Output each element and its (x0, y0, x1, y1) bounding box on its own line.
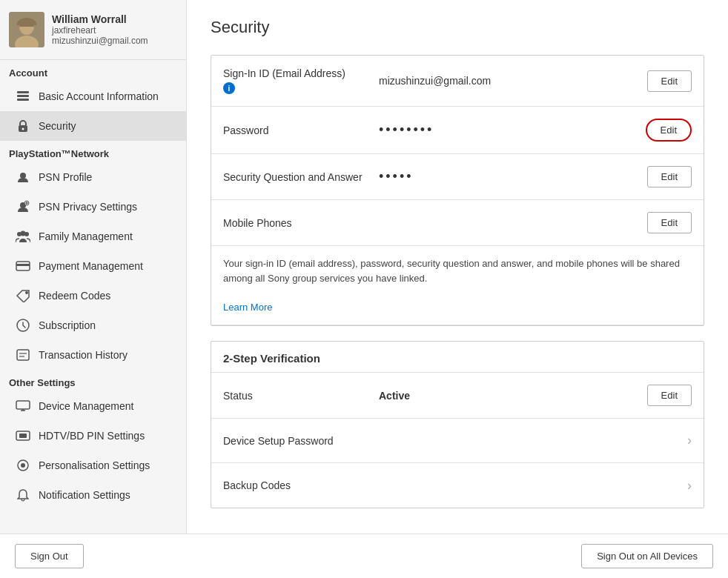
sidebar-item-security[interactable]: Security (0, 111, 186, 141)
security-qa-row: Security Question and Answer ••••• Edit (211, 154, 704, 200)
page-title: Security (211, 18, 704, 37)
backup-codes-chevron-icon: › (687, 478, 692, 494)
two-step-status-value: Active (371, 390, 647, 402)
payment-icon (15, 258, 31, 274)
signin-id-edit-button[interactable]: Edit (647, 70, 692, 92)
psn-privacy-icon (15, 199, 31, 215)
main-content: Security Sign-In ID (Email Address) i mi… (187, 0, 728, 534)
two-step-status-row: Status Active Edit (211, 373, 704, 419)
sidebar-item-device-label: Device Management (39, 400, 133, 412)
sidebar-item-personalisation[interactable]: Personalisation Settings (0, 451, 186, 480)
svg-rect-3 (17, 91, 29, 93)
sidebar-item-personalisation-label: Personalisation Settings (39, 459, 150, 471)
backup-codes-label-text: Backup Codes (223, 479, 291, 491)
learn-more-link[interactable]: Learn More (223, 302, 272, 313)
avatar (9, 12, 44, 47)
sidebar-item-family-label: Family Management (39, 230, 133, 242)
signin-id-row: Sign-In ID (Email Address) i mizushinzui… (211, 56, 704, 107)
sidebar-item-psn-privacy-label: PSN Privacy Settings (39, 201, 137, 213)
mobile-phones-label: Mobile Phones (223, 217, 292, 229)
sign-out-all-button[interactable]: Sign Out on All Devices (581, 544, 713, 568)
lock-icon (15, 118, 31, 134)
sidebar-item-payment-management[interactable]: Payment Management (0, 251, 186, 281)
profile-email: mizushinzui@gmail.com (52, 36, 148, 46)
sidebar-profile-info: William Worrall jaxfireheart mizushinzui… (52, 13, 148, 46)
two-step-status-edit-button[interactable]: Edit (647, 385, 692, 406)
signin-id-value: mizushinzui@gmail.com (371, 75, 647, 87)
list-icon (15, 88, 31, 104)
sidebar-item-payment-label: Payment Management (39, 260, 143, 272)
password-edit-button[interactable]: Edit (646, 119, 692, 142)
security-qa-value: ••••• (371, 169, 647, 185)
security-qa-edit-button[interactable]: Edit (647, 166, 692, 187)
security-fields-card: Sign-In ID (Email Address) i mizushinzui… (211, 55, 704, 326)
security-qa-label: Security Question and Answer (223, 171, 363, 183)
bottom-bar: Sign Out Sign Out on All Devices (0, 534, 728, 578)
svg-point-15 (21, 231, 26, 236)
password-label-container: Password (223, 124, 371, 136)
sidebar-item-hdtv-label: HDTV/BD PIN Settings (39, 430, 145, 442)
sidebar-item-subscription-label: Subscription (39, 319, 96, 331)
notification-icon (15, 487, 31, 503)
family-icon (15, 228, 31, 245)
svg-point-18 (25, 291, 28, 294)
info-text-content: Your sign-in ID (email address), passwor… (223, 258, 680, 284)
two-step-title: 2-Step Verification (211, 342, 704, 373)
sidebar-item-notification-label: Notification Settings (39, 489, 130, 501)
two-step-status-label-text: Status (223, 390, 253, 402)
two-step-card: 2-Step Verification Status Active Edit D… (211, 341, 704, 508)
device-setup-row[interactable]: Device Setup Password › (211, 419, 704, 463)
svg-point-7 (22, 128, 24, 130)
info-icon[interactable]: i (223, 82, 235, 94)
svg-rect-17 (16, 264, 30, 266)
sidebar-item-notification[interactable]: Notification Settings (0, 480, 186, 510)
sidebar-item-family-management[interactable]: Family Management (0, 222, 186, 251)
device-icon (15, 398, 31, 414)
password-label: Password (223, 124, 268, 136)
svg-rect-20 (17, 350, 29, 360)
svg-rect-4 (17, 95, 29, 97)
account-section-label: Account (0, 60, 186, 82)
sidebar-item-psn-privacy[interactable]: PSN Privacy Settings (0, 192, 186, 222)
sidebar-item-transaction-history[interactable]: Transaction History (0, 340, 186, 370)
signin-id-label-container: Sign-In ID (Email Address) i (223, 67, 371, 94)
device-setup-label: Device Setup Password (223, 435, 371, 447)
sidebar: William Worrall jaxfireheart mizushinzui… (0, 0, 187, 534)
sidebar-item-psn-profile-label: PSN Profile (39, 171, 92, 183)
sidebar-item-redeem-codes[interactable]: Redeem Codes (0, 281, 186, 310)
backup-codes-label: Backup Codes (223, 479, 371, 491)
sidebar-item-basic-account[interactable]: Basic Account Information (0, 82, 186, 111)
sidebar-item-device-management[interactable]: Device Management (0, 391, 186, 421)
psn-section-label: PlayStation™Network (0, 141, 186, 162)
sidebar-item-psn-profile[interactable]: PSN Profile (0, 162, 186, 192)
sidebar-item-hdtv-pin[interactable]: HDTV/BD PIN Settings (0, 421, 186, 451)
sidebar-item-subscription[interactable]: Subscription (0, 310, 186, 340)
svg-rect-27 (19, 434, 27, 438)
sidebar-item-redeem-label: Redeem Codes (39, 290, 110, 302)
mobile-phones-label-container: Mobile Phones (223, 217, 371, 229)
two-step-status-label: Status (223, 390, 371, 402)
sidebar-item-transaction-label: Transaction History (39, 349, 128, 361)
profile-handle: jaxfireheart (52, 25, 148, 36)
other-section-label: Other Settings (0, 370, 186, 391)
transaction-icon (15, 347, 31, 363)
svg-rect-23 (16, 401, 30, 409)
svg-point-29 (21, 463, 25, 468)
psn-profile-icon (15, 169, 31, 185)
password-value: •••••••• (371, 122, 646, 138)
svg-rect-5 (17, 99, 29, 101)
hdtv-icon (15, 428, 31, 444)
sidebar-item-basic-account-label: Basic Account Information (39, 90, 159, 102)
sign-out-button[interactable]: Sign Out (15, 544, 84, 568)
sidebar-profile: William Worrall jaxfireheart mizushinzui… (0, 0, 186, 60)
password-row: Password •••••••• Edit (211, 107, 704, 154)
backup-codes-row[interactable]: Backup Codes › (211, 463, 704, 508)
personalisation-icon (15, 457, 31, 474)
sidebar-item-security-label: Security (39, 120, 76, 132)
device-setup-chevron-icon: › (687, 433, 692, 448)
redeem-icon (15, 288, 31, 304)
svg-point-8 (20, 173, 26, 179)
mobile-phones-edit-button[interactable]: Edit (647, 212, 692, 233)
device-setup-label-text: Device Setup Password (223, 435, 334, 447)
profile-name: William Worrall (52, 13, 148, 25)
